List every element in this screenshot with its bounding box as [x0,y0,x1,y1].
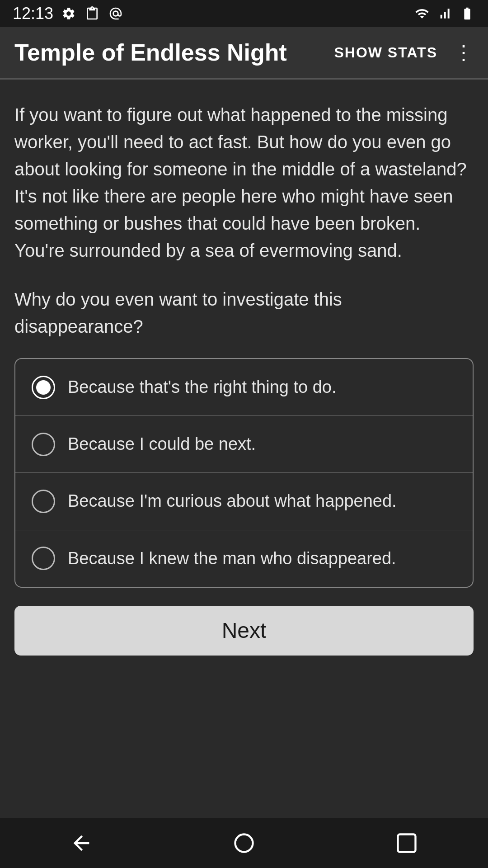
clipboard-icon [84,5,100,22]
main-content: If you want to figure out what happened … [0,80,488,818]
svg-point-0 [235,835,253,852]
story-text: If you want to figure out what happened … [14,101,474,264]
choice-label-2: Because I could be next. [68,432,256,456]
choice-label-3: Because I'm curious about what happened. [68,489,397,513]
status-time: 12:13 [13,4,53,23]
choice-item-2[interactable]: Because I could be next. [15,416,473,473]
choice-label-4: Because I knew the man who disappeared. [68,547,396,571]
choices-container: Because that's the right thing to do. Be… [14,358,474,588]
radio-button-4[interactable] [32,547,55,570]
nav-bar [0,818,488,868]
question-text: Why do you even want to investigate this… [14,286,474,340]
radio-button-3[interactable] [32,490,55,513]
wifi-icon [414,5,430,22]
settings-icon [61,5,77,22]
status-bar-left: 12:13 [13,4,124,23]
choice-item-3[interactable]: Because I'm curious about what happened. [15,473,473,530]
status-bar-right [414,5,475,22]
choice-item-1[interactable]: Because that's the right thing to do. [15,359,473,416]
nav-recents-button[interactable] [391,827,422,859]
more-options-icon[interactable]: ⋮ [454,42,474,62]
choice-label-1: Because that's the right thing to do. [68,375,337,399]
at-sign-icon [108,5,124,22]
choice-item-4[interactable]: Because I knew the man who disappeared. [15,530,473,587]
radio-button-2[interactable] [32,433,55,456]
signal-icon [436,5,453,22]
show-stats-button[interactable]: SHOW STATS [334,44,437,61]
status-bar: 12:13 [0,0,488,27]
app-bar: Temple of Endless Night SHOW STATS ⋮ [0,27,488,78]
nav-home-button[interactable] [228,827,260,859]
app-title: Temple of Endless Night [14,39,334,66]
battery-icon [459,5,475,22]
next-button[interactable]: Next [14,606,474,656]
nav-back-button[interactable] [66,827,97,859]
radio-button-1[interactable] [32,376,55,399]
svg-rect-1 [398,835,416,852]
